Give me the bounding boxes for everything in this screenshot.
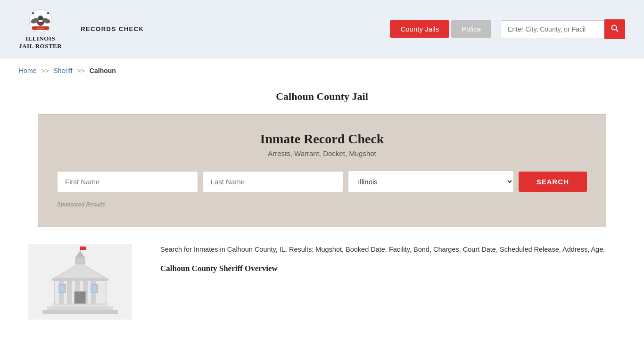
svg-rect-29	[75, 292, 85, 303]
breadcrumb: Home >> Sheriff >> Calhoun	[0, 58, 644, 83]
svg-rect-18	[47, 306, 113, 310]
sponsored-label: Sponsored Results	[57, 201, 587, 208]
logo-text: ILLINOIS JAIL ROSTER	[19, 35, 62, 49]
svg-rect-22	[67, 280, 72, 304]
svg-rect-35	[80, 247, 86, 250]
svg-rect-31	[91, 284, 98, 293]
svg-rect-27	[52, 278, 108, 281]
svg-text:ILLINOIS: ILLINOIS	[36, 27, 44, 30]
bottom-heading: Calhoun County Sheriff Overview	[160, 262, 625, 275]
first-name-input[interactable]	[57, 171, 198, 192]
svg-point-8	[32, 12, 34, 14]
courthouse-icon	[28, 244, 132, 320]
svg-rect-7	[39, 20, 42, 22]
breadcrumb-sep1: >>	[41, 67, 49, 74]
breadcrumb-sep2: >>	[77, 67, 85, 74]
svg-rect-32	[75, 257, 85, 264]
header-search-button[interactable]	[604, 19, 625, 39]
logo-link[interactable]: ILLINOIS ILLINOIS JAIL ROSTER	[19, 8, 62, 49]
inmate-box-title: Inmate Record Check	[57, 132, 587, 147]
county-jails-button[interactable]: County Jails	[390, 20, 449, 38]
breadcrumb-current: Calhoun	[90, 67, 116, 74]
illinois-seal-icon: ILLINOIS	[28, 8, 53, 33]
bottom-text-area: Search for Inmates in Calhoun County, IL…	[160, 244, 625, 278]
page-title: Calhoun County Jail	[19, 90, 625, 103]
site-header: ILLINOIS ILLINOIS JAIL ROSTER RECORDS CH…	[0, 0, 644, 58]
building-image-area	[19, 244, 141, 320]
breadcrumb-home[interactable]: Home	[19, 67, 36, 74]
svg-line-15	[616, 29, 619, 32]
inmate-search-row: Illinois SEARCH	[57, 171, 587, 193]
inmate-search-button[interactable]: SEARCH	[519, 172, 587, 192]
police-button[interactable]: Police	[451, 20, 491, 38]
state-select[interactable]: Illinois	[348, 171, 514, 193]
breadcrumb-sheriff[interactable]: Sheriff	[54, 67, 73, 74]
inmate-record-box: Inmate Record Check Arrests, Warrant, Do…	[38, 114, 606, 227]
header-nav: County Jails Police	[390, 19, 625, 39]
svg-rect-17	[42, 310, 118, 314]
page-title-area: Calhoun County Jail	[0, 83, 644, 114]
bottom-section: Search for Inmates in Calhoun County, IL…	[0, 227, 644, 334]
records-check-link[interactable]: RECORDS CHECK	[81, 25, 144, 33]
header-search-input[interactable]	[501, 20, 604, 38]
inmate-box-subtitle: Arrests, Warrant, Docket, Mugshot	[57, 149, 587, 157]
bottom-description: Search for Inmates in Calhoun County, IL…	[160, 244, 625, 255]
header-search-area	[501, 19, 625, 39]
svg-rect-30	[59, 284, 66, 293]
svg-point-9	[47, 12, 49, 14]
last-name-input[interactable]	[203, 171, 344, 192]
search-icon	[611, 25, 619, 32]
svg-point-14	[612, 25, 617, 30]
